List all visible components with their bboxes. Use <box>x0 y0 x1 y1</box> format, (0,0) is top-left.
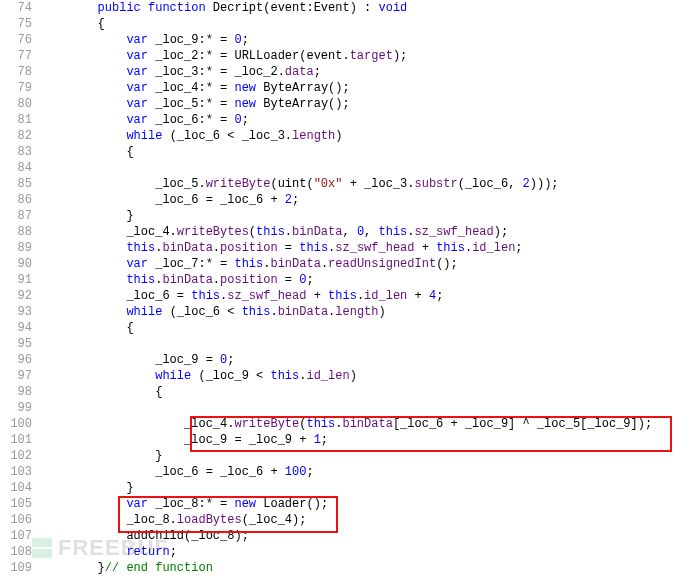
line-number: 78 <box>0 64 40 80</box>
line-number: 92 <box>0 288 40 304</box>
code-text: this.binData.position = 0; <box>40 272 690 288</box>
code-line: 82 while (_loc_6 < _loc_3.length) <box>0 128 690 144</box>
line-number: 101 <box>0 432 40 448</box>
code-line: 97 while (_loc_9 < this.id_len) <box>0 368 690 384</box>
line-number: 83 <box>0 144 40 160</box>
line-number: 106 <box>0 512 40 528</box>
code-line: 107 addChild(_loc_8); <box>0 528 690 544</box>
code-text: _loc_8.loadBytes(_loc_4); <box>40 512 690 528</box>
line-number: 103 <box>0 464 40 480</box>
code-line: 105 var _loc_8:* = new Loader(); <box>0 496 690 512</box>
code-text: _loc_5.writeByte(uint("0x" + _loc_3.subs… <box>40 176 690 192</box>
code-line: 98 { <box>0 384 690 400</box>
code-line: 95 <box>0 336 690 352</box>
code-text: var _loc_7:* = this.binData.readUnsigned… <box>40 256 690 272</box>
code-line: 99 <box>0 400 690 416</box>
code-line: 84 <box>0 160 690 176</box>
code-text: { <box>40 384 690 400</box>
line-number: 104 <box>0 480 40 496</box>
line-number: 96 <box>0 352 40 368</box>
code-text: while (_loc_6 < this.binData.length) <box>40 304 690 320</box>
line-number: 95 <box>0 336 40 352</box>
code-line: 89 this.binData.position = this.sz_swf_h… <box>0 240 690 256</box>
code-text: } <box>40 208 690 224</box>
code-text <box>40 400 690 416</box>
code-text: var _loc_5:* = new ByteArray(); <box>40 96 690 112</box>
code-text: return; <box>40 544 690 560</box>
line-number: 74 <box>0 0 40 16</box>
code-line: 104 } <box>0 480 690 496</box>
code-text: _loc_4.writeBytes(this.binData, 0, this.… <box>40 224 690 240</box>
code-text: var _loc_3:* = _loc_2.data; <box>40 64 690 80</box>
code-text: _loc_9 = 0; <box>40 352 690 368</box>
code-line: 87 } <box>0 208 690 224</box>
code-text: _loc_6 = _loc_6 + 100; <box>40 464 690 480</box>
code-text: public function Decript(event:Event) : v… <box>40 0 690 16</box>
code-text: { <box>40 320 690 336</box>
code-text: addChild(_loc_8); <box>40 528 690 544</box>
line-number: 77 <box>0 48 40 64</box>
line-number: 82 <box>0 128 40 144</box>
code-line: 83 { <box>0 144 690 160</box>
code-line: 101 _loc_9 = _loc_9 + 1; <box>0 432 690 448</box>
code-line: 100 _loc_4.writeByte(this.binData[_loc_6… <box>0 416 690 432</box>
code-line: 94 { <box>0 320 690 336</box>
line-number: 108 <box>0 544 40 560</box>
code-line: 92 _loc_6 = this.sz_swf_head + this.id_l… <box>0 288 690 304</box>
line-number: 87 <box>0 208 40 224</box>
code-text: }// end function <box>40 560 690 576</box>
code-text: while (_loc_6 < _loc_3.length) <box>40 128 690 144</box>
code-line: 81 var _loc_6:* = 0; <box>0 112 690 128</box>
line-number: 85 <box>0 176 40 192</box>
code-editor: 74 public function Decript(event:Event) … <box>0 0 690 576</box>
line-number: 107 <box>0 528 40 544</box>
code-line: 74 public function Decript(event:Event) … <box>0 0 690 16</box>
code-line: 108 return; <box>0 544 690 560</box>
line-number: 86 <box>0 192 40 208</box>
code-line: 109 }// end function <box>0 560 690 576</box>
line-number: 80 <box>0 96 40 112</box>
code-text: var _loc_6:* = 0; <box>40 112 690 128</box>
code-line: 90 var _loc_7:* = this.binData.readUnsig… <box>0 256 690 272</box>
code-text: var _loc_8:* = new Loader(); <box>40 496 690 512</box>
line-number: 100 <box>0 416 40 432</box>
line-number: 94 <box>0 320 40 336</box>
line-number: 91 <box>0 272 40 288</box>
code-line: 96 _loc_9 = 0; <box>0 352 690 368</box>
code-text: { <box>40 144 690 160</box>
code-line: 77 var _loc_2:* = URLLoader(event.target… <box>0 48 690 64</box>
line-number: 75 <box>0 16 40 32</box>
code-line: 85 _loc_5.writeByte(uint("0x" + _loc_3.s… <box>0 176 690 192</box>
code-text: _loc_6 = _loc_6 + 2; <box>40 192 690 208</box>
code-text <box>40 336 690 352</box>
code-text: _loc_9 = _loc_9 + 1; <box>40 432 690 448</box>
code-line: 79 var _loc_4:* = new ByteArray(); <box>0 80 690 96</box>
line-number: 97 <box>0 368 40 384</box>
code-line: 80 var _loc_5:* = new ByteArray(); <box>0 96 690 112</box>
line-number: 84 <box>0 160 40 176</box>
line-number: 99 <box>0 400 40 416</box>
line-number: 79 <box>0 80 40 96</box>
code-line: 88 _loc_4.writeBytes(this.binData, 0, th… <box>0 224 690 240</box>
line-number: 93 <box>0 304 40 320</box>
code-text: } <box>40 480 690 496</box>
code-line: 91 this.binData.position = 0; <box>0 272 690 288</box>
code-line: 78 var _loc_3:* = _loc_2.data; <box>0 64 690 80</box>
line-number: 102 <box>0 448 40 464</box>
line-number: 105 <box>0 496 40 512</box>
code-text: var _loc_4:* = new ByteArray(); <box>40 80 690 96</box>
code-text: var _loc_9:* = 0; <box>40 32 690 48</box>
code-text: { <box>40 16 690 32</box>
code-line: 106 _loc_8.loadBytes(_loc_4); <box>0 512 690 528</box>
line-number: 81 <box>0 112 40 128</box>
code-text: _loc_4.writeByte(this.binData[_loc_6 + _… <box>40 416 690 432</box>
code-line: 76 var _loc_9:* = 0; <box>0 32 690 48</box>
code-line: 102 } <box>0 448 690 464</box>
code-text: while (_loc_9 < this.id_len) <box>40 368 690 384</box>
code-text: } <box>40 448 690 464</box>
line-number: 88 <box>0 224 40 240</box>
line-number: 89 <box>0 240 40 256</box>
code-text: _loc_6 = this.sz_swf_head + this.id_len … <box>40 288 690 304</box>
code-line: 93 while (_loc_6 < this.binData.length) <box>0 304 690 320</box>
code-text: this.binData.position = this.sz_swf_head… <box>40 240 690 256</box>
